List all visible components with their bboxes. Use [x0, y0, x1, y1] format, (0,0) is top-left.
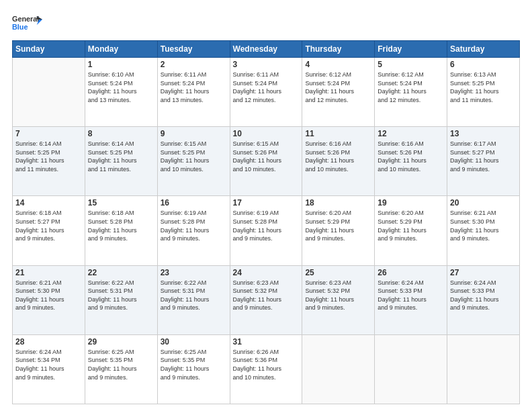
calendar-cell: 24Sunrise: 6:23 AM Sunset: 5:32 PM Dayli… — [230, 265, 302, 334]
day-info: Sunrise: 6:12 AM Sunset: 5:24 PM Dayligh… — [305, 71, 371, 104]
day-number: 11 — [305, 129, 371, 138]
page: GeneralBlue SundayMondayTuesdayWednesday… — [0, 0, 532, 411]
day-info: Sunrise: 6:21 AM Sunset: 5:30 PM Dayligh… — [15, 279, 82, 312]
day-info: Sunrise: 6:12 AM Sunset: 5:24 PM Dayligh… — [378, 71, 444, 104]
weekday-header-saturday: Saturday — [447, 41, 520, 58]
calendar-cell: 23Sunrise: 6:22 AM Sunset: 5:31 PM Dayli… — [157, 265, 230, 334]
calendar-cell: 16Sunrise: 6:19 AM Sunset: 5:28 PM Dayli… — [157, 196, 230, 265]
day-info: Sunrise: 6:24 AM Sunset: 5:33 PM Dayligh… — [450, 279, 517, 312]
day-info: Sunrise: 6:11 AM Sunset: 5:24 PM Dayligh… — [161, 71, 227, 104]
day-number: 29 — [88, 337, 154, 347]
day-number: 5 — [378, 60, 444, 69]
calendar-cell: 22Sunrise: 6:22 AM Sunset: 5:31 PM Dayli… — [85, 265, 157, 334]
svg-text:General: General — [12, 15, 39, 23]
calendar-cell: 14Sunrise: 6:18 AM Sunset: 5:27 PM Dayli… — [13, 196, 85, 265]
calendar-cell — [13, 58, 85, 127]
calendar-cell: 4Sunrise: 6:12 AM Sunset: 5:24 PM Daylig… — [302, 58, 375, 127]
day-number: 26 — [378, 268, 444, 277]
day-info: Sunrise: 6:14 AM Sunset: 5:25 PM Dayligh… — [15, 140, 82, 173]
day-info: Sunrise: 6:23 AM Sunset: 5:32 PM Dayligh… — [233, 279, 300, 312]
day-number: 23 — [161, 268, 227, 277]
calendar-cell: 19Sunrise: 6:20 AM Sunset: 5:29 PM Dayli… — [375, 196, 447, 265]
weekday-header-tuesday: Tuesday — [157, 41, 230, 58]
day-number: 6 — [450, 60, 517, 69]
day-info: Sunrise: 6:21 AM Sunset: 5:30 PM Dayligh… — [450, 209, 517, 242]
calendar-cell: 18Sunrise: 6:20 AM Sunset: 5:29 PM Dayli… — [302, 196, 375, 265]
day-number: 3 — [233, 60, 300, 69]
calendar-cell: 31Sunrise: 6:26 AM Sunset: 5:36 PM Dayli… — [230, 334, 302, 404]
calendar-cell: 3Sunrise: 6:11 AM Sunset: 5:24 PM Daylig… — [230, 58, 302, 127]
logo-icon: GeneralBlue — [12, 12, 46, 34]
day-number: 13 — [450, 129, 517, 138]
day-number: 17 — [233, 198, 300, 208]
day-number: 4 — [305, 60, 371, 69]
day-number: 8 — [88, 129, 154, 138]
calendar-cell: 25Sunrise: 6:23 AM Sunset: 5:32 PM Dayli… — [302, 265, 375, 334]
day-number: 16 — [161, 198, 227, 208]
day-info: Sunrise: 6:24 AM Sunset: 5:33 PM Dayligh… — [378, 279, 444, 312]
day-info: Sunrise: 6:20 AM Sunset: 5:29 PM Dayligh… — [378, 209, 444, 242]
day-info: Sunrise: 6:25 AM Sunset: 5:35 PM Dayligh… — [88, 348, 154, 381]
day-info: Sunrise: 6:19 AM Sunset: 5:28 PM Dayligh… — [161, 209, 227, 242]
day-info: Sunrise: 6:15 AM Sunset: 5:25 PM Dayligh… — [161, 140, 227, 173]
calendar-cell: 1Sunrise: 6:10 AM Sunset: 5:24 PM Daylig… — [85, 58, 157, 127]
day-info: Sunrise: 6:19 AM Sunset: 5:28 PM Dayligh… — [233, 209, 300, 242]
day-info: Sunrise: 6:18 AM Sunset: 5:28 PM Dayligh… — [88, 209, 154, 242]
weekday-header-wednesday: Wednesday — [230, 41, 302, 58]
day-info: Sunrise: 6:24 AM Sunset: 5:34 PM Dayligh… — [15, 348, 82, 381]
calendar-week-row: 7Sunrise: 6:14 AM Sunset: 5:25 PM Daylig… — [13, 127, 520, 196]
day-number: 7 — [15, 129, 82, 138]
calendar-cell: 7Sunrise: 6:14 AM Sunset: 5:25 PM Daylig… — [13, 127, 85, 196]
calendar-cell: 2Sunrise: 6:11 AM Sunset: 5:24 PM Daylig… — [157, 58, 230, 127]
day-number: 28 — [15, 337, 82, 347]
day-number: 27 — [450, 268, 517, 277]
day-info: Sunrise: 6:20 AM Sunset: 5:29 PM Dayligh… — [305, 209, 371, 242]
calendar-cell: 27Sunrise: 6:24 AM Sunset: 5:33 PM Dayli… — [447, 265, 520, 334]
svg-marker-3 — [37, 16, 42, 19]
calendar-cell: 9Sunrise: 6:15 AM Sunset: 5:25 PM Daylig… — [157, 127, 230, 196]
day-info: Sunrise: 6:10 AM Sunset: 5:24 PM Dayligh… — [88, 71, 154, 104]
calendar-cell: 5Sunrise: 6:12 AM Sunset: 5:24 PM Daylig… — [375, 58, 447, 127]
day-info: Sunrise: 6:25 AM Sunset: 5:35 PM Dayligh… — [161, 348, 227, 381]
svg-text:Blue: Blue — [12, 23, 28, 31]
day-number: 9 — [161, 129, 227, 138]
day-info: Sunrise: 6:26 AM Sunset: 5:36 PM Dayligh… — [233, 348, 300, 381]
day-info: Sunrise: 6:15 AM Sunset: 5:26 PM Dayligh… — [233, 140, 300, 173]
day-number: 31 — [233, 337, 300, 347]
day-info: Sunrise: 6:14 AM Sunset: 5:25 PM Dayligh… — [88, 140, 154, 173]
calendar-cell: 8Sunrise: 6:14 AM Sunset: 5:25 PM Daylig… — [85, 127, 157, 196]
calendar-cell: 10Sunrise: 6:15 AM Sunset: 5:26 PM Dayli… — [230, 127, 302, 196]
calendar-cell — [302, 334, 375, 404]
logo: GeneralBlue — [12, 12, 46, 34]
calendar-cell: 11Sunrise: 6:16 AM Sunset: 5:26 PM Dayli… — [302, 127, 375, 196]
calendar-cell: 13Sunrise: 6:17 AM Sunset: 5:27 PM Dayli… — [447, 127, 520, 196]
calendar-cell: 6Sunrise: 6:13 AM Sunset: 5:25 PM Daylig… — [447, 58, 520, 127]
day-number: 20 — [450, 198, 517, 208]
weekday-header-row: SundayMondayTuesdayWednesdayThursdayFrid… — [13, 41, 520, 58]
day-number: 30 — [161, 337, 227, 347]
day-info: Sunrise: 6:17 AM Sunset: 5:27 PM Dayligh… — [450, 140, 517, 173]
header: GeneralBlue — [12, 12, 520, 34]
day-number: 15 — [88, 198, 154, 208]
calendar-cell: 29Sunrise: 6:25 AM Sunset: 5:35 PM Dayli… — [85, 334, 157, 404]
calendar-cell: 20Sunrise: 6:21 AM Sunset: 5:30 PM Dayli… — [447, 196, 520, 265]
day-number: 14 — [15, 198, 82, 208]
calendar-cell: 15Sunrise: 6:18 AM Sunset: 5:28 PM Dayli… — [85, 196, 157, 265]
day-info: Sunrise: 6:16 AM Sunset: 5:26 PM Dayligh… — [305, 140, 371, 173]
calendar-table: SundayMondayTuesdayWednesdayThursdayFrid… — [12, 40, 520, 404]
day-number: 21 — [15, 268, 82, 277]
weekday-header-friday: Friday — [375, 41, 447, 58]
calendar-week-row: 28Sunrise: 6:24 AM Sunset: 5:34 PM Dayli… — [13, 334, 520, 404]
day-number: 1 — [88, 60, 154, 69]
day-number: 10 — [233, 129, 300, 138]
calendar-cell: 30Sunrise: 6:25 AM Sunset: 5:35 PM Dayli… — [157, 334, 230, 404]
day-info: Sunrise: 6:11 AM Sunset: 5:24 PM Dayligh… — [233, 71, 300, 104]
calendar-cell — [447, 334, 520, 404]
day-number: 25 — [305, 268, 371, 277]
day-info: Sunrise: 6:13 AM Sunset: 5:25 PM Dayligh… — [450, 71, 517, 104]
calendar-cell: 26Sunrise: 6:24 AM Sunset: 5:33 PM Dayli… — [375, 265, 447, 334]
weekday-header-sunday: Sunday — [13, 41, 85, 58]
day-info: Sunrise: 6:18 AM Sunset: 5:27 PM Dayligh… — [15, 209, 82, 242]
day-number: 22 — [88, 268, 154, 277]
calendar-cell — [375, 334, 447, 404]
